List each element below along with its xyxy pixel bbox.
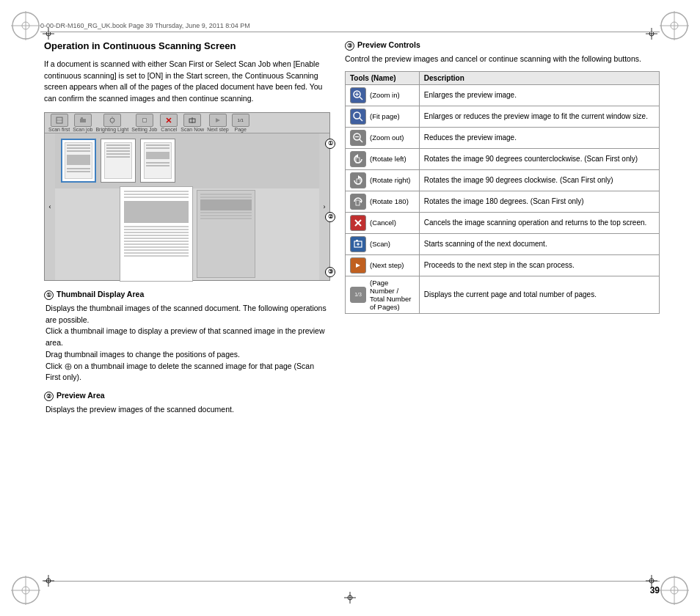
svg-line-40 bbox=[360, 97, 362, 100]
tb-btn-cancel[interactable] bbox=[160, 114, 178, 127]
left-column: Operation in Continuous Scanning Screen … bbox=[44, 40, 330, 576]
tool-name-2: (Zoom out) bbox=[370, 133, 404, 142]
tool-icon-7 bbox=[350, 236, 366, 252]
tb-next: Next step bbox=[207, 114, 229, 132]
preview-document bbox=[120, 186, 193, 282]
screenshot-nav-right[interactable]: › bbox=[319, 133, 329, 280]
col-header-tools: Tools (Name) bbox=[346, 71, 420, 84]
tool-name-4: (Rotate right) bbox=[370, 176, 410, 184]
tool-desc-9: Displays the current page and total numb… bbox=[419, 276, 659, 313]
right-column: ③ Preview Controls Control the preview i… bbox=[345, 40, 660, 576]
tool-desc-2: Reduces the preview image. bbox=[419, 127, 659, 148]
svg-marker-60 bbox=[356, 263, 360, 268]
header-bar: 0-00-DR-M160_RG_UK.book Page 39 Thursday… bbox=[40, 22, 660, 32]
screenshot-thumb-area bbox=[55, 133, 319, 188]
tb-btn-select[interactable] bbox=[74, 114, 92, 127]
desc-body-2: Displays the preview images of the scann… bbox=[44, 404, 330, 416]
circle-num-3: ③ bbox=[345, 41, 354, 51]
tool-name-8: (Next step) bbox=[370, 261, 404, 269]
tool-cell-8: (Next step) bbox=[346, 254, 420, 276]
svg-marker-52 bbox=[360, 200, 362, 203]
screenshot-mockup: Scan first Scan job Brighting Light bbox=[44, 112, 330, 281]
tool-desc-0: Enlarges the preview image. bbox=[419, 84, 659, 106]
circle-num-2: ② bbox=[44, 392, 54, 401]
tb-btn-brightness[interactable] bbox=[103, 114, 121, 127]
tool-icon-9: 1/3 bbox=[350, 287, 366, 303]
tool-name-1: (Fit page) bbox=[370, 112, 400, 120]
tb-select: Scan job bbox=[73, 114, 92, 132]
svg-rect-25 bbox=[81, 117, 83, 119]
corner-decoration-bl bbox=[7, 572, 44, 609]
tool-desc-3: Rotates the image 90 degrees countercloc… bbox=[419, 148, 659, 169]
tool-desc-7: Starts scanning of the next document. bbox=[419, 233, 659, 254]
tb-btn-scan[interactable] bbox=[51, 114, 68, 127]
preview-controls-subtitle: Control the preview images and cancel or… bbox=[345, 54, 660, 65]
svg-rect-30 bbox=[143, 119, 146, 122]
col-header-desc: Description bbox=[419, 71, 659, 84]
screenshot-preview-area bbox=[55, 188, 319, 280]
tool-cell-1: (Fit page) bbox=[346, 106, 420, 127]
tool-icon-2 bbox=[350, 130, 366, 146]
tool-desc-8: Proceeds to the next step in the scan pr… bbox=[419, 254, 659, 276]
tool-icon-5 bbox=[350, 194, 366, 210]
svg-point-43 bbox=[354, 112, 360, 119]
svg-rect-53 bbox=[356, 200, 360, 205]
desc-title-2: ② Preview Area bbox=[44, 391, 330, 401]
tool-cell-4: (Rotate right) bbox=[346, 169, 420, 191]
tool-icon-6 bbox=[350, 215, 366, 231]
tb-cancel: Cancel bbox=[160, 114, 178, 132]
thumb-item-3[interactable] bbox=[140, 139, 175, 183]
callout-2: ② bbox=[325, 212, 335, 222]
tool-cell-9: 1/3(Page Number / Total Number of Pages) bbox=[346, 276, 420, 313]
tool-icon-1 bbox=[350, 109, 366, 125]
reg-mark-bl bbox=[43, 575, 54, 588]
circle-num-1: ① bbox=[44, 290, 54, 300]
tool-icon-8 bbox=[350, 257, 366, 274]
main-content: Operation in Continuous Scanning Screen … bbox=[44, 40, 660, 576]
tool-desc-6: Cancels the image scanning operation and… bbox=[419, 212, 659, 233]
thumb-item-2[interactable] bbox=[101, 139, 136, 183]
tool-cell-0: (Zoom in) bbox=[346, 84, 420, 106]
svg-point-26 bbox=[110, 118, 114, 122]
svg-rect-24 bbox=[80, 119, 86, 122]
file-info: 0-00-DR-M160_RG_UK.book Page 39 Thursday… bbox=[40, 22, 250, 29]
tool-cell-6: (Cancel) bbox=[346, 212, 420, 233]
reg-mark-br bbox=[646, 575, 657, 588]
tool-desc-1: Enlarges or reduces the preview image to… bbox=[419, 106, 659, 127]
tb-btn-scan2[interactable] bbox=[183, 114, 201, 127]
tb-brightness: Brighting Light bbox=[95, 114, 128, 132]
tool-icon-4 bbox=[350, 172, 366, 188]
tool-name-6: (Cancel) bbox=[370, 219, 396, 227]
tool-cell-5: (Rotate 180) bbox=[346, 191, 420, 212]
desc-title-1: ① Thumbnail Display Area bbox=[44, 290, 330, 300]
screenshot-nav-left[interactable]: ‹ bbox=[45, 133, 55, 280]
tool-desc-5: Rotates the image 180 degrees. (Scan Fir… bbox=[419, 191, 659, 212]
svg-line-44 bbox=[360, 118, 362, 121]
section-body: If a document is scanned with either Sca… bbox=[44, 59, 330, 105]
tb-btn-next[interactable] bbox=[209, 114, 227, 127]
section-title: Operation in Continuous Scanning Screen bbox=[44, 40, 330, 53]
tool-cell-3: (Rotate left) bbox=[346, 148, 420, 169]
tb-btn-settings[interactable] bbox=[136, 114, 153, 127]
callout-1: ① bbox=[325, 139, 335, 149]
desc-section-2: ② Preview Area Displays the preview imag… bbox=[44, 391, 330, 416]
reg-mark-bc bbox=[344, 592, 356, 605]
controls-table: Tools (Name) Description (Zoom in)Enlarg… bbox=[345, 71, 660, 314]
tool-desc-4: Rotates the image 90 degrees clockwise. … bbox=[419, 169, 659, 191]
tool-cell-7: (Scan) bbox=[346, 233, 420, 254]
desc-body-1: Displays the thumbnail images of the sca… bbox=[44, 303, 330, 384]
corner-decoration-br bbox=[656, 572, 693, 609]
corner-decoration-tl bbox=[7, 7, 44, 44]
svg-rect-57 bbox=[356, 240, 358, 241]
tb-scan2: Scan Now bbox=[181, 114, 204, 132]
tool-name-3: (Rotate left) bbox=[370, 155, 406, 163]
callout-3: ③ bbox=[325, 267, 335, 277]
tool-cell-2: (Zoom out) bbox=[346, 127, 420, 148]
tool-icon-0 bbox=[350, 87, 366, 103]
tb-page: 1/1 Page bbox=[232, 114, 249, 132]
tb-scan: Scan first bbox=[48, 114, 70, 132]
tb-btn-page: 1/1 bbox=[232, 114, 249, 127]
tb-settings: Setting Job bbox=[131, 114, 157, 132]
preview-controls-header: ③ Preview Controls bbox=[345, 40, 660, 51]
thumb-item-1[interactable] bbox=[61, 139, 96, 183]
